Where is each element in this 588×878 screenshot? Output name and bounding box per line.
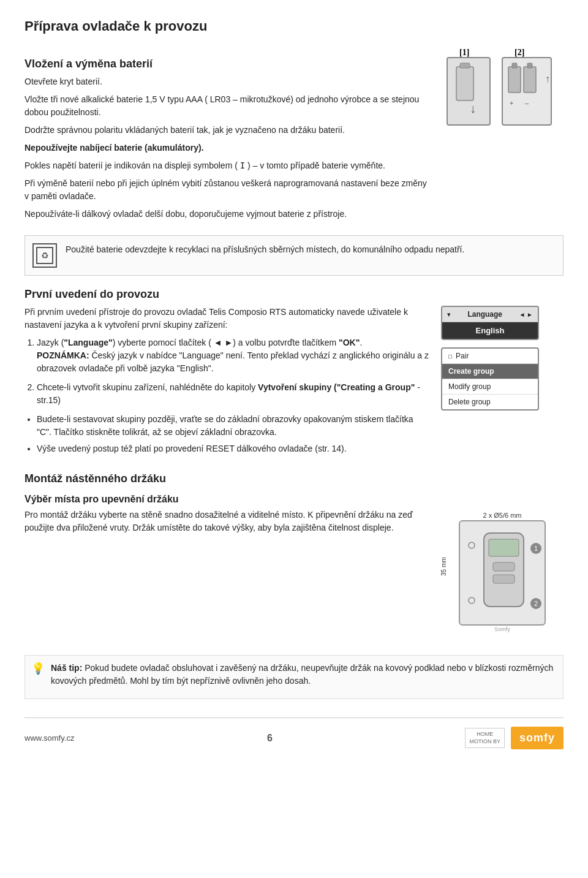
svg-text:+: +: [510, 99, 513, 107]
svg-rect-8: [508, 67, 521, 93]
setup-content: Při prvním uvedení přístroje do provozu …: [24, 306, 564, 460]
svg-text:2: 2: [534, 600, 538, 607]
mount-section: Montáž nástěnného držáku Výběr místa pro…: [24, 472, 564, 645]
tip-label: Náš tip:: [51, 663, 82, 673]
svg-text:2 x Ø5/6 mm: 2 x Ø5/6 mm: [483, 512, 522, 519]
page-title: Příprava ovladače k provozu: [24, 18, 564, 34]
footer-page-num: 6: [267, 733, 273, 744]
battery-p7: Nepoužíváte-li dálkový ovladač delší dob…: [24, 208, 429, 221]
setup-bullets: Budete-li sestavovat skupiny později, vr…: [37, 413, 429, 455]
page-footer: www.somfy.cz 6 HOMEMOTION BY somfy: [24, 717, 564, 749]
setup-intro: Při prvním uvedení přístroje do provozu …: [24, 306, 429, 331]
svg-text:[2]: [2]: [514, 48, 524, 57]
delete-group-label: Delete group: [448, 398, 491, 406]
svg-rect-4: [460, 63, 470, 68]
setup-heading: První uvedení do provozu: [24, 288, 564, 301]
battery-p4: Nepoužívejte nabíjecí baterie (akumuláto…: [24, 142, 429, 154]
svg-rect-3: [456, 67, 473, 100]
svg-rect-9: [512, 63, 517, 68]
tip-box: 💡 Náš tip: Pokud budete ovladač obsluhov…: [24, 655, 564, 699]
home-motion-text: HOMEMOTION BY: [469, 731, 500, 744]
svg-text:35 mm: 35 mm: [441, 557, 447, 576]
battery-p6: Při výměně baterií nebo při jejich úplné…: [24, 177, 429, 203]
tip-content: Náš tip: Pokud budete ovladač obsluhovat…: [51, 662, 557, 687]
step-2: Chcete-li vytvořit skupinu zařízení, nah…: [37, 381, 429, 407]
home-motion-label: HOMEMOTION BY: [465, 728, 505, 748]
setup-text-col: Při prvním uvedení přístroje do provozu …: [24, 306, 429, 460]
screen-arrows: ◄ ►: [519, 311, 533, 318]
battery-p5: Pokles napětí baterií je indikován na di…: [24, 159, 429, 172]
recycle-text: Použité baterie odevzdejte k recyklaci n…: [66, 243, 464, 256]
svg-text:↑: ↑: [545, 74, 550, 84]
svg-text:♻: ♻: [41, 251, 49, 260]
svg-rect-20: [489, 539, 519, 556]
bullet-1: Budete-li sestavovat skupiny později, vr…: [37, 413, 429, 439]
battery-p1: Otevřete kryt baterií.: [24, 75, 429, 88]
menu-create-group: Create group: [442, 364, 538, 379]
footer-url: www.somfy.cz: [24, 733, 74, 743]
setup-screens-col: ▾ Language ◄ ► English □ Pair Create gro…: [441, 306, 564, 411]
svg-text:1: 1: [534, 545, 538, 552]
mount-subheading: Výběr místa pro upevnění držáku: [24, 494, 564, 505]
screen-header: ▾ Language ◄ ►: [442, 307, 538, 322]
svg-text:Somfy: Somfy: [494, 626, 510, 632]
battery-section: Vložení a výměna baterií Otevřete kryt b…: [24, 45, 564, 225]
mount-diagram-col: 2 x Ø5/6 mm 35 mm 1 2: [441, 509, 564, 645]
screen-selected-lang: English: [442, 322, 538, 339]
tip-text: Pokud budete ovladač obsluhovat i zavěše…: [51, 663, 553, 686]
menu-delete-group: Delete group: [442, 395, 538, 409]
step-1: Jazyk ("Language") vyberte pomocí tlačít…: [37, 336, 429, 375]
pair-icon: □: [448, 353, 452, 360]
setup-section: První uvedení do provozu Při prvním uved…: [24, 288, 564, 460]
mount-text: Pro montáž držáku vyberte na stěně snadn…: [24, 509, 429, 534]
mount-diagram: 2 x Ø5/6 mm 35 mm 1 2: [441, 509, 564, 643]
battery-diagram: [1] [2] ↓ ↑ + –: [441, 45, 564, 143]
svg-rect-21: [493, 562, 514, 571]
svg-rect-10: [524, 67, 536, 93]
battery-text-col: Vložení a výměna baterií Otevřete kryt b…: [24, 45, 429, 225]
modify-group-label: Modify group: [448, 382, 491, 391]
svg-text:[1]: [1]: [459, 48, 469, 57]
battery-p2: Vložte tři nové alkalické baterie 1,5 V …: [24, 93, 429, 119]
battery-heading: Vložení a výměna baterií: [24, 58, 429, 70]
menu-modify-group: Modify group: [442, 379, 538, 395]
create-group-label: Create group: [448, 367, 494, 376]
svg-text:–: –: [525, 99, 529, 107]
battery-diagram-col: [1] [2] ↓ ↑ + –: [441, 45, 564, 145]
pair-label: Pair: [456, 352, 469, 360]
mount-heading: Montáž nástěnného držáku: [24, 472, 564, 485]
bullet-2: Výše uvedený postup též platí po provede…: [37, 442, 429, 455]
svg-rect-22: [493, 575, 514, 583]
recycle-icon: ♻: [32, 243, 57, 268]
menu-pair: □ Pair: [442, 349, 538, 364]
svg-rect-11: [527, 63, 532, 68]
language-screen: ▾ Language ◄ ► English: [441, 306, 539, 340]
somfy-brand: somfy: [511, 727, 564, 749]
language-icon: ▾: [447, 311, 451, 319]
recycle-symbol: ♻: [36, 246, 54, 265]
mount-text-col: Pro montáž držáku vyberte na stěně snadn…: [24, 509, 429, 539]
mount-content: Pro montáž držáku vyberte na stěně snadn…: [24, 509, 564, 645]
svg-text:↓: ↓: [470, 102, 476, 115]
menu-screen: □ Pair Create group Modify group Delete …: [441, 347, 539, 411]
step1-note: POZNÁMKA: Český jazyk v nabídce "Languag…: [37, 350, 429, 373]
screen-lang-label: Language: [467, 310, 502, 319]
step1-text: Jazyk ("Language") vyberte pomocí tlačít…: [37, 338, 362, 347]
footer-brand-area: HOMEMOTION BY somfy: [465, 727, 564, 749]
tip-icon: 💡: [31, 662, 45, 675]
setup-steps: Jazyk ("Language") vyberte pomocí tlačít…: [37, 336, 429, 407]
battery-p3: Dodržte správnou polaritu vkládaných bat…: [24, 124, 429, 137]
recycle-notice: ♻ Použité baterie odevzdejte k recyklaci…: [24, 235, 564, 276]
